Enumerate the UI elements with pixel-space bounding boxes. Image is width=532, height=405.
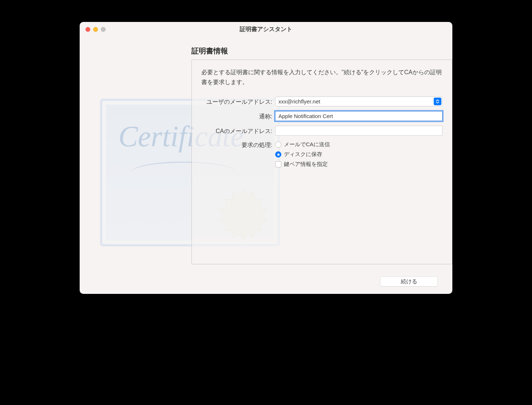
content-area: 証明書情報 Certificate 必要とする証明書に関する情報を入力してくださ…	[80, 37, 452, 294]
radio-label: メールでCAに送信	[284, 141, 330, 148]
row-user-email: ユーザのメールアドレス:	[201, 96, 442, 106]
chevron-updown-icon	[436, 99, 440, 103]
row-request-handling: 要求の処理: メールでCAに送信 ディスクに保存 鍵ペア情報を指定	[201, 140, 442, 168]
ca-email-input[interactable]	[275, 126, 442, 136]
footer: 続ける	[380, 276, 438, 287]
radio-email-to-ca[interactable]: メールでCAに送信	[275, 141, 442, 148]
section-heading: 証明書情報	[191, 46, 438, 56]
radio-save-to-disk[interactable]: ディスクに保存	[275, 151, 442, 158]
label-ca-email: CAのメールアドレス:	[201, 126, 275, 135]
user-email-dropdown-button[interactable]	[434, 98, 441, 105]
instructions-text: 必要とする証明書に関する情報を入力してください。"続ける"をクリックしてCAから…	[201, 67, 442, 87]
zoom-icon	[101, 27, 106, 32]
window-title: 証明書アシスタント	[80, 26, 452, 33]
radio-label: ディスクに保存	[284, 151, 322, 158]
continue-button[interactable]: 続ける	[380, 276, 438, 287]
user-email-input[interactable]	[275, 96, 442, 106]
minimize-icon[interactable]	[93, 27, 98, 32]
form-panel: 必要とする証明書に関する情報を入力してください。"続ける"をクリックしてCAから…	[191, 60, 452, 264]
traffic-lights	[80, 27, 106, 32]
checkbox-keypair[interactable]: 鍵ペア情報を指定	[275, 161, 442, 168]
label-common-name: 通称:	[201, 112, 275, 121]
radio-icon	[275, 141, 281, 148]
titlebar: 証明書アシスタント	[80, 22, 452, 37]
label-request-handling: 要求の処理:	[201, 140, 275, 149]
radio-icon	[275, 151, 281, 158]
row-ca-email: CAのメールアドレス:	[201, 126, 442, 136]
row-common-name: 通称:	[201, 111, 442, 121]
checkbox-icon	[275, 161, 281, 167]
checkbox-label: 鍵ペア情報を指定	[284, 161, 328, 168]
label-user-email: ユーザのメールアドレス:	[201, 97, 275, 106]
certificate-assistant-window: 証明書アシスタント 証明書情報 Certificate 必要とする証明書に関する…	[80, 22, 452, 294]
request-handling-group: メールでCAに送信 ディスクに保存 鍵ペア情報を指定	[275, 140, 442, 168]
common-name-input[interactable]	[275, 111, 442, 121]
user-email-combo[interactable]	[275, 96, 442, 106]
close-icon[interactable]	[86, 27, 90, 32]
